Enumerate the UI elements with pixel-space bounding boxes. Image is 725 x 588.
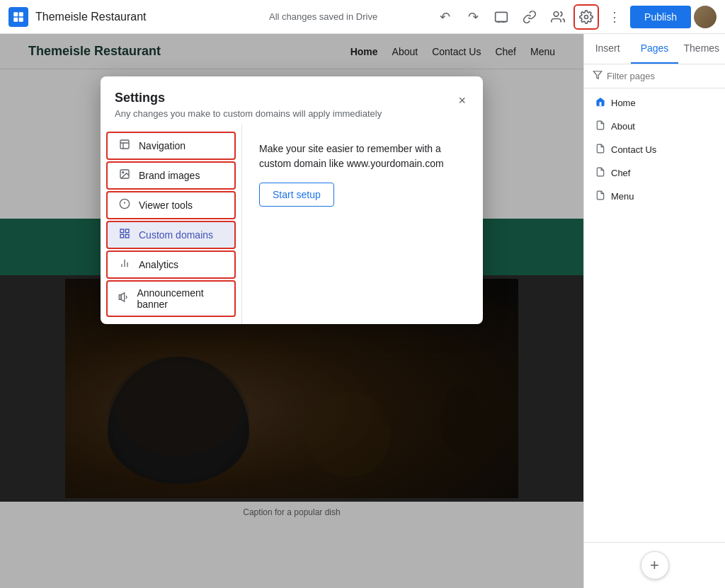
svg-rect-0: [13, 12, 18, 16]
page-name-contact: Contact Us: [611, 144, 656, 155]
info-icon: [118, 198, 132, 212]
page-doc-icon-4: [595, 190, 605, 202]
analytics-label: Analytics: [139, 259, 178, 270]
modal-header: Settings Any changes you make to custom …: [101, 76, 483, 125]
brand-images-label: Brand images: [139, 170, 200, 181]
add-page-button[interactable]: +: [641, 551, 669, 580]
svg-rect-3: [19, 17, 23, 21]
svg-rect-20: [120, 229, 124, 233]
custom-domains-label: Custom domains: [139, 229, 213, 241]
page-item-chef[interactable]: Chef: [584, 161, 725, 185]
right-panel: Insert Pages Themes Home About: [583, 34, 725, 588]
modal-close-button[interactable]: ×: [455, 91, 469, 111]
save-status: All changes saved in Drive: [269, 11, 377, 22]
page-doc-icon-2: [595, 144, 605, 156]
right-panel-tabs: Insert Pages Themes: [584, 34, 725, 64]
tab-pages[interactable]: Pages: [631, 34, 678, 64]
redo-button[interactable]: ↷: [460, 4, 486, 30]
navigation-label: Navigation: [139, 140, 185, 151]
filter-pages-input[interactable]: [607, 71, 717, 81]
svg-point-5: [554, 11, 559, 16]
pages-list: Home About Contact Us Chef: [584, 88, 725, 542]
svg-rect-4: [496, 12, 508, 21]
svg-point-6: [585, 15, 588, 18]
page-name-chef: Chef: [611, 168, 630, 178]
collaborators-button[interactable]: [545, 4, 571, 30]
tab-insert[interactable]: Insert: [584, 34, 631, 64]
page-item-contact[interactable]: Contact Us: [584, 138, 725, 161]
modal-sidebar: Navigation Brand images: [101, 125, 242, 324]
svg-marker-28: [593, 71, 602, 79]
publish-button[interactable]: Publish: [630, 6, 691, 28]
home-icon: [595, 97, 605, 109]
settings-nav-analytics[interactable]: Analytics: [106, 250, 236, 279]
page-name-home: Home: [611, 98, 636, 108]
svg-rect-23: [125, 234, 129, 238]
page-item-home[interactable]: Home: [584, 91, 725, 115]
modal-overlay[interactable]: Settings Any changes you make to custom …: [0, 34, 583, 588]
image-icon: [118, 168, 132, 183]
toolbar-actions: ↶ ↷ ⋮ Publish: [432, 4, 717, 30]
toolbar-center: All changes saved in Drive: [220, 11, 426, 22]
settings-nav-brand-images[interactable]: Brand images: [106, 161, 236, 190]
page-item-menu[interactable]: Menu: [584, 185, 725, 208]
modal-body: Navigation Brand images: [101, 125, 483, 324]
modal-title: Settings: [115, 91, 382, 105]
toolbar: Themeisle Restaurant All changes saved i…: [0, 0, 725, 34]
more-options-button[interactable]: ⋮: [602, 4, 627, 30]
google-logo: [8, 7, 28, 27]
start-setup-button[interactable]: Start setup: [259, 183, 334, 207]
bar-chart-icon: [118, 258, 132, 272]
settings-nav-navigation[interactable]: Navigation: [106, 132, 236, 160]
right-panel-bottom: +: [584, 542, 725, 588]
modal-subtitle: Any changes you make to custom domains w…: [115, 108, 382, 119]
modal-content-area: Make your site easier to remember with a…: [242, 125, 483, 324]
viewer-tools-label: Viewer tools: [139, 200, 193, 211]
preview-button[interactable]: [489, 4, 514, 30]
layout-icon: [118, 139, 132, 153]
filter-bar: [584, 64, 725, 88]
svg-rect-2: [13, 17, 18, 21]
custom-domain-description: Make your site easier to remember with a…: [259, 142, 466, 171]
settings-modal: Settings Any changes you make to custom …: [101, 76, 483, 324]
settings-nav-announcement-banner[interactable]: Announcement banner: [106, 280, 236, 317]
undo-button[interactable]: ↶: [432, 4, 457, 30]
svg-point-16: [122, 172, 124, 173]
speaker-icon: [118, 292, 130, 306]
main-layout: Themeisle Restaurant Home About Contact …: [0, 34, 725, 588]
page-name-menu: Menu: [611, 191, 634, 202]
settings-nav-viewer-tools[interactable]: Viewer tools: [106, 191, 236, 219]
page-doc-icon-3: [595, 167, 605, 179]
avatar[interactable]: [694, 6, 717, 28]
svg-rect-22: [120, 234, 124, 238]
svg-rect-1: [19, 12, 23, 16]
filter-icon: [593, 70, 603, 82]
document-title: Themeisle Restaurant: [35, 11, 147, 23]
settings-button[interactable]: [573, 4, 599, 30]
page-doc-icon: [595, 120, 605, 132]
page-item-about[interactable]: About: [584, 115, 725, 138]
svg-rect-21: [125, 229, 129, 233]
grid-icon: [118, 228, 132, 242]
modal-title-block: Settings Any changes you make to custom …: [115, 91, 382, 119]
page-name-about: About: [611, 121, 635, 132]
link-button[interactable]: [517, 4, 542, 30]
svg-rect-12: [120, 140, 129, 149]
tab-themes[interactable]: Themes: [678, 34, 725, 64]
settings-nav-custom-domains[interactable]: Custom domains: [106, 221, 236, 249]
editor-area[interactable]: Themeisle Restaurant Home About Contact …: [0, 34, 583, 588]
announcement-banner-label: Announcement banner: [137, 287, 224, 310]
toolbar-left: Themeisle Restaurant: [8, 7, 215, 27]
